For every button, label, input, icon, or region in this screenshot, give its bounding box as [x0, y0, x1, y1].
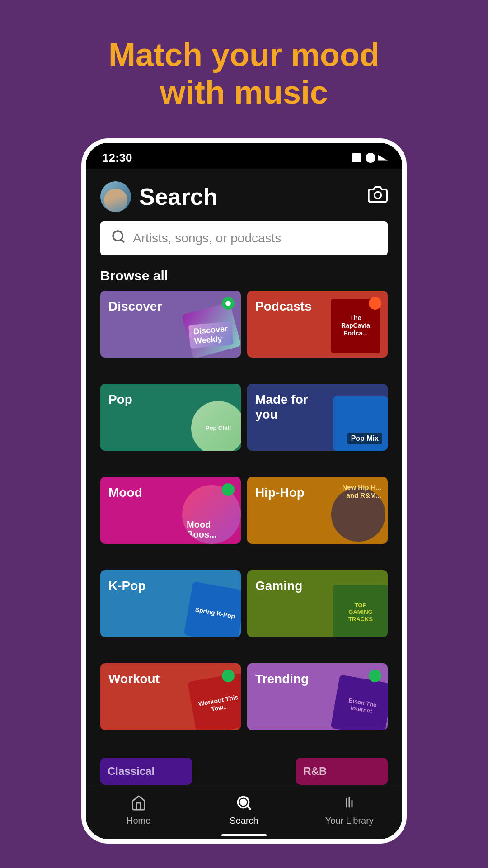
bottom-nav: Home Search Your Library [86, 785, 402, 839]
category-trending[interactable]: Trending Bison The Internet [247, 663, 388, 730]
signal-icon [352, 153, 361, 162]
category-label: Workout [108, 671, 160, 687]
category-rnb[interactable]: R&B [296, 758, 388, 785]
headline-line2: with music [160, 74, 328, 110]
svg-point-5 [240, 799, 246, 805]
pop-deco: Pop Chill [182, 392, 241, 451]
category-workout[interactable]: Workout Workout This Tow... [100, 663, 241, 730]
home-indicator [221, 834, 267, 836]
nav-label-search: Search [230, 816, 258, 826]
wifi-icon [366, 153, 375, 163]
nav-item-library[interactable]: Your Library [297, 795, 402, 826]
category-discover[interactable]: Discover DiscoverWeekly [100, 291, 241, 358]
category-kpop[interactable]: K-Pop Spring K-Pop [100, 570, 241, 637]
nav-label-library: Your Library [325, 816, 374, 826]
battery-icon [378, 155, 388, 161]
category-classical[interactable]: Classical [100, 758, 192, 785]
search-nav-icon [236, 795, 252, 813]
category-podcasts[interactable]: Podcasts TheRapCaviaPodca... [247, 291, 388, 358]
home-icon [131, 795, 147, 813]
pop-mix-label: Pop Mix [347, 433, 382, 444]
status-icons [352, 153, 386, 163]
camera-button[interactable] [368, 184, 388, 208]
category-label: K-Pop [108, 578, 145, 594]
phone-frame: 12:30 Search [81, 138, 407, 844]
hiphop-sublabel: New Hip H...and R&M... [342, 483, 381, 500]
trending-deco: Bison The Internet [331, 674, 388, 730]
avatar[interactable] [100, 181, 131, 212]
partial-label: R&B [303, 765, 327, 778]
category-mood[interactable]: Mood MoodBoos... [100, 477, 241, 544]
workout-deco: Workout This Tow... [184, 674, 241, 730]
discover-deco: DiscoverWeekly [178, 303, 236, 353]
search-header: Search [86, 169, 402, 221]
search-header-left: Search [100, 181, 217, 212]
partial-label: Classical [108, 765, 155, 778]
category-label: Gaming [255, 578, 302, 594]
partial-categories: Classical R&B [86, 758, 402, 785]
library-icon [341, 795, 357, 813]
status-bar: 12:30 [86, 143, 402, 169]
search-title: Search [139, 183, 217, 210]
search-input-container[interactable]: Artists, songs, or podcasts [100, 221, 388, 255]
svg-line-6 [247, 806, 250, 809]
category-label: Mood [108, 485, 142, 500]
category-label: Discover [108, 299, 162, 314]
gaming-deco: TOPGAMINGTRACKS [331, 580, 388, 637]
spotify-dot-mood [222, 483, 235, 496]
nav-label-home: Home [127, 816, 150, 826]
category-label: Trending [255, 671, 309, 687]
svg-point-3 [225, 301, 231, 306]
kpop-deco: Spring K-Pop [184, 580, 241, 637]
svg-point-0 [375, 192, 381, 199]
browse-label: Browse all [86, 264, 402, 291]
headline: Match your mood with music [81, 36, 407, 111]
category-pop[interactable]: Pop Pop Chill [100, 384, 241, 451]
category-made-for-you[interactable]: Made foryou Pop Mix [247, 384, 388, 451]
nav-item-search[interactable]: Search [191, 795, 296, 826]
status-time: 12:30 [102, 151, 132, 165]
headline-line1: Match your mood [108, 37, 380, 73]
category-label: Pop [108, 392, 132, 407]
category-label: Podcasts [255, 299, 312, 314]
search-placeholder: Artists, songs, or podcasts [133, 231, 281, 245]
category-gaming[interactable]: Gaming TOPGAMINGTRACKS [247, 570, 388, 637]
spotify-dot-discover [222, 297, 235, 310]
category-hiphop[interactable]: Hip-Hop New Hip H...and R&M... [247, 477, 388, 544]
category-label: Made foryou [255, 392, 308, 422]
categories-grid: Discover DiscoverWeekly Podcasts TheRapC… [86, 291, 402, 758]
search-icon [111, 229, 126, 247]
podcasts-badge [369, 297, 381, 310]
app-content: Search Artists, songs, or podcasts Brows… [86, 169, 402, 785]
category-label: Hip-Hop [255, 485, 305, 500]
nav-item-home[interactable]: Home [86, 795, 191, 826]
svg-line-2 [121, 239, 124, 242]
